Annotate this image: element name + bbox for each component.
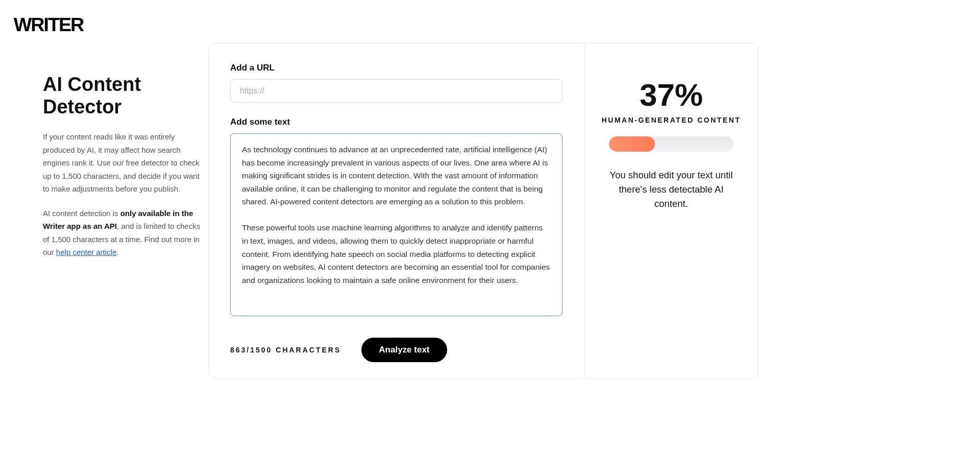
text-area-container: As technology continues to advance at an…	[230, 133, 562, 316]
info-sidebar: AI Content Detector If your content read…	[43, 43, 206, 379]
p2-tail: .	[116, 248, 118, 256]
input-footer: 863/1500 CHARACTERS Analyze text	[230, 338, 562, 362]
analyze-button[interactable]: Analyze text	[361, 338, 447, 362]
character-count: 863/1500 CHARACTERS	[230, 346, 341, 354]
result-percent-label: HUMAN-GENERATED CONTENT	[599, 116, 744, 124]
brand-logo: WRITER	[14, 14, 83, 36]
result-message: You should edit your text until there's …	[599, 168, 744, 210]
detector-card: Add a URL Add some text As technology co…	[208, 43, 758, 379]
intro-paragraph-1: If your content reads like it was entire…	[43, 130, 206, 196]
page-title: AI Content Detector	[43, 74, 206, 118]
text-input[interactable]: As technology continues to advance at an…	[242, 143, 551, 306]
progress-track	[609, 136, 733, 152]
result-pane: 37% HUMAN-GENERATED CONTENT You should e…	[584, 43, 758, 379]
help-center-link[interactable]: help center article	[56, 248, 116, 256]
input-pane: Add a URL Add some text As technology co…	[209, 43, 584, 379]
progress-fill	[609, 136, 655, 152]
url-label: Add a URL	[230, 63, 562, 73]
intro-paragraph-2: AI content detection is only available i…	[43, 207, 206, 259]
url-input[interactable]	[230, 79, 562, 103]
page-container: AI Content Detector If your content read…	[0, 0, 980, 379]
result-percent: 37%	[599, 79, 744, 111]
text-label: Add some text	[230, 117, 562, 127]
p2-pre: AI content detection is	[43, 209, 120, 218]
